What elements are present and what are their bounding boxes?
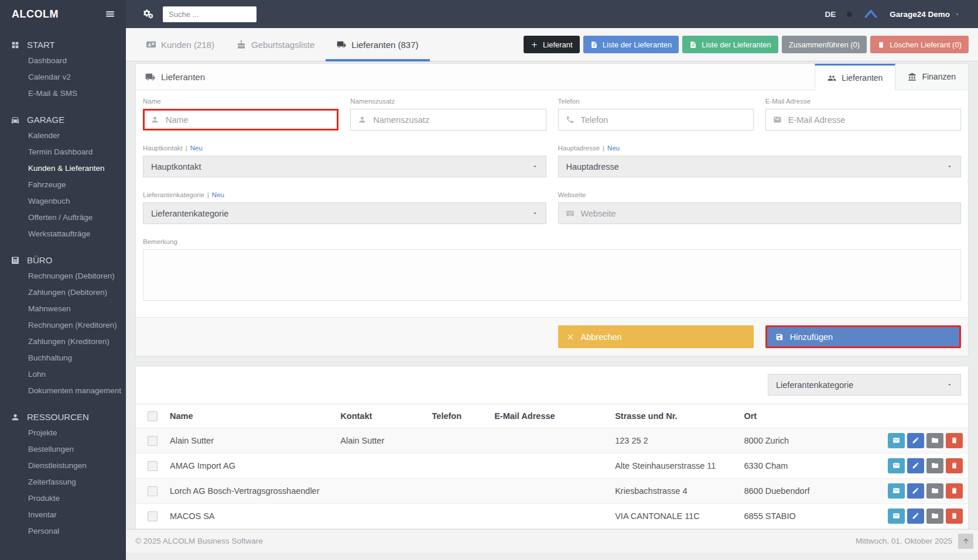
email-input[interactable] <box>788 115 953 125</box>
scroll-top-button[interactable] <box>958 534 973 549</box>
cell-strasse: VIA CANTONALE 11C <box>609 503 738 528</box>
hauptkontakt-neu-link[interactable]: Neu <box>190 145 203 152</box>
namenszusatz-input[interactable] <box>373 115 538 125</box>
sidebar-item-personal[interactable]: Personal <box>0 523 126 539</box>
sidebar-item-projekte[interactable]: Projekte <box>0 424 126 441</box>
row-checkbox[interactable] <box>148 486 158 496</box>
sidebar-item-rechnungen-kreditoren[interactable]: Rechnungen (Kreditoren) <box>0 317 126 333</box>
trash-icon <box>950 437 958 444</box>
sidebar-section-header-garage[interactable]: GARAGE <box>0 112 126 127</box>
row-edit-button[interactable] <box>907 509 924 524</box>
tab-kunden[interactable]: Kunden (218) <box>135 28 225 61</box>
cell-kontakt <box>334 478 426 503</box>
sidebar-item-e-mail-sms[interactable]: E-Mail & SMS <box>0 85 126 101</box>
select-all-checkbox[interactable] <box>148 411 158 421</box>
name-input[interactable] <box>166 115 331 125</box>
kategorie-neu-link[interactable]: Neu <box>212 191 224 198</box>
row-checkbox[interactable] <box>148 436 158 446</box>
export-excel-button[interactable]: XListe der Lieferanten <box>583 36 679 53</box>
delete-lieferant-button[interactable]: Löschen Lieferant (0) <box>870 36 969 53</box>
sidebar-item-bestellungen[interactable]: Bestellungen <box>0 441 126 457</box>
sidebar-item-inventar[interactable]: Inventar <box>0 506 126 523</box>
sidebar-item-dokumenten-management[interactable]: Dokumenten management <box>0 382 126 398</box>
settings-cogs-icon[interactable] <box>143 9 154 19</box>
row-documents-button[interactable] <box>926 483 943 499</box>
export-pdf-button[interactable]: Liste der Lieferanten <box>682 36 778 53</box>
truck-icon <box>337 40 346 49</box>
search-input[interactable] <box>163 6 257 22</box>
label-separator: | <box>186 145 187 152</box>
hauptkontakt-select[interactable]: Hauptkontakt <box>143 156 546 177</box>
row-delete-button[interactable] <box>946 509 963 524</box>
sidebar-section-header-ressourcen[interactable]: RESSOURCEN <box>0 410 126 424</box>
sidebar-item-calendar-v2[interactable]: Calendar v2 <box>0 68 126 85</box>
category-filter-select[interactable]: Lieferantenkategorie <box>768 374 961 396</box>
sidebar-item-zeiterfassung[interactable]: Zeiterfassung <box>0 473 126 490</box>
hauptadresse-select[interactable]: Hauptadresse <box>558 156 962 177</box>
row-mail-button[interactable] <box>888 483 905 499</box>
row-edit-button[interactable] <box>907 458 924 473</box>
sidebar-section-header-büro[interactable]: BÜRO <box>0 253 126 267</box>
row-mail-button[interactable] <box>888 509 905 524</box>
sidebar-item-offerten-aufträge[interactable]: Offerten / Aufträge <box>0 209 126 225</box>
folder-icon <box>931 512 939 520</box>
sidebar-item-buchhaltung[interactable]: Buchhaltung <box>0 349 126 366</box>
row-delete-button[interactable] <box>946 483 963 499</box>
sidebar-item-zahlungen-kreditoren[interactable]: Zahlungen (Kreditoren) <box>0 333 126 349</box>
sidebar-item-dashboard[interactable]: Dashboard <box>0 52 126 68</box>
topbar-right: DE Garage24 Demo <box>825 6 960 22</box>
row-mail-button[interactable] <box>888 458 905 473</box>
sidebar-item-rechnungen-debitoren[interactable]: Rechnungen (Debitoren) <box>0 267 126 284</box>
sidebar-item-produkte[interactable]: Produkte <box>0 490 126 506</box>
add-lieferant-button[interactable]: Lieferant <box>524 36 580 53</box>
hamburger-menu-icon[interactable] <box>105 9 115 19</box>
label-text: Lieferantenkategorie <box>143 191 204 198</box>
cell-email <box>488 503 609 528</box>
idcard-icon <box>146 40 156 49</box>
row-delete-button[interactable] <box>946 458 963 473</box>
sidebar-item-mahnwesen[interactable]: Mahnwesen <box>0 300 126 317</box>
row-delete-button[interactable] <box>946 433 963 448</box>
bemerkung-textarea[interactable] <box>143 249 961 301</box>
row-mail-button[interactable] <box>888 433 905 448</box>
webseite-input[interactable] <box>581 209 954 218</box>
table-row: Lorch AG Bosch-VertragsgrosshaendlerKrie… <box>136 478 968 503</box>
sidebar-item-kalender[interactable]: Kalender <box>0 127 126 143</box>
sidebar-item-dienstleistungen[interactable]: Dienstleistungen <box>0 457 126 473</box>
name-input-wrap <box>143 109 338 130</box>
row-checkbox[interactable] <box>148 461 158 471</box>
supplier-form-card: Lieferanten Lieferanten Finanzen <box>135 63 969 356</box>
tab-geburtstagsliste[interactable]: Geburtstagsliste <box>225 28 326 61</box>
tab-form-lieferanten[interactable]: Lieferanten <box>815 64 895 90</box>
cancel-button[interactable]: Abbrechen <box>558 325 754 348</box>
supplier-list-card: Lieferantenkategorie Name Kontakt Telefo… <box>135 366 969 529</box>
sidebar-item-werkstattaufträge[interactable]: Werkstattaufträge <box>0 225 126 242</box>
hauptadresse-neu-link[interactable]: Neu <box>607 145 620 152</box>
table-row: MACOS SAVIA CANTONALE 11C6855 STABIO <box>136 503 968 528</box>
caret-down-icon <box>532 163 538 170</box>
language-selector[interactable]: DE <box>825 10 836 19</box>
sidebar-item-lohn[interactable]: Lohn <box>0 366 126 382</box>
sidebar-item-fahrzeuge[interactable]: Fahrzeuge <box>0 176 126 193</box>
submit-button[interactable]: Hinzufügen <box>765 325 961 348</box>
row-edit-button[interactable] <box>907 483 924 499</box>
pencil-icon <box>912 512 919 520</box>
tab-lieferanten[interactable]: Lieferanten (837) <box>326 28 429 61</box>
row-checkbox[interactable] <box>148 511 158 521</box>
account-menu[interactable]: Garage24 Demo <box>890 10 960 19</box>
topbar: DE Garage24 Demo <box>126 0 978 28</box>
kategorie-select[interactable]: Lieferantenkategorie <box>143 202 546 224</box>
cell-email <box>488 453 609 478</box>
merge-button[interactable]: Zusammenführen (0) <box>782 36 867 53</box>
tab-form-finanzen[interactable]: Finanzen <box>895 64 968 90</box>
row-documents-button[interactable] <box>926 458 943 473</box>
row-edit-button[interactable] <box>907 433 924 448</box>
telefon-input[interactable] <box>581 115 746 125</box>
sidebar-section-header-start[interactable]: START <box>0 37 126 52</box>
sidebar-item-zahlungen-debitoren[interactable]: Zahlungen (Debitoren) <box>0 284 126 300</box>
sidebar-item-wagenbuch[interactable]: Wagenbuch <box>0 193 126 209</box>
sidebar-item-kunden-lieferanten[interactable]: Kunden & Lieferanten <box>0 160 126 176</box>
row-documents-button[interactable] <box>926 509 943 524</box>
row-documents-button[interactable] <box>926 433 943 448</box>
sidebar-item-termin-dashboard[interactable]: Termin Dashboard <box>0 143 126 160</box>
